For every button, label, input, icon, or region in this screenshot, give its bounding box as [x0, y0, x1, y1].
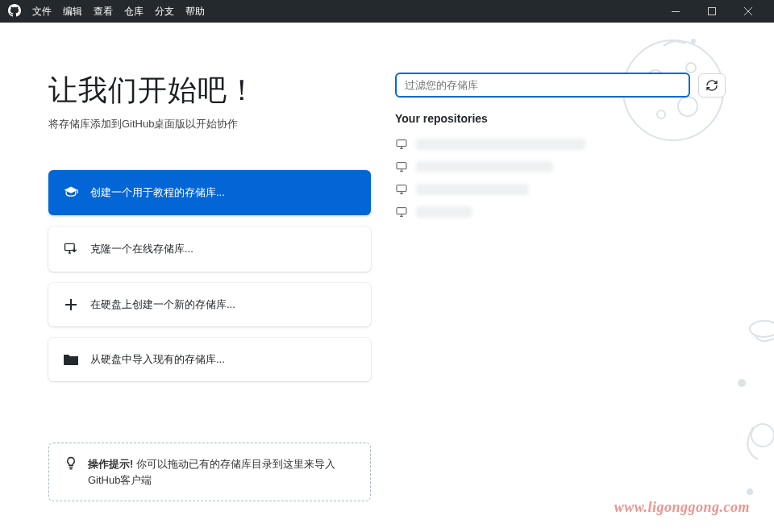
create-local-repo-label: 在硬盘上创建一个新的存储库... — [90, 297, 235, 312]
svg-point-13 — [750, 321, 774, 337]
mortarboard-icon — [63, 185, 79, 201]
svg-point-15 — [751, 424, 774, 447]
desktop-icon — [395, 206, 408, 218]
filter-row — [395, 73, 726, 98]
menu-help[interactable]: 帮助 — [185, 5, 205, 19]
pro-tip-text: 操作提示! 你可以拖动已有的存储库目录到这里来导入GitHub客户端 — [88, 456, 356, 488]
repo-name-redacted — [416, 139, 585, 150]
watermark: www.ligonggong.com — [614, 499, 750, 516]
svg-rect-12 — [397, 208, 406, 214]
svg-rect-1 — [708, 8, 715, 15]
list-item[interactable] — [395, 156, 726, 178]
close-button[interactable] — [730, 0, 766, 23]
refresh-button[interactable] — [698, 73, 726, 98]
desktop-icon — [395, 138, 408, 151]
svg-point-14 — [739, 380, 745, 386]
maximize-button[interactable] — [693, 0, 730, 23]
filter-repos-input[interactable] — [395, 73, 690, 98]
create-local-repo-button[interactable]: 在硬盘上创建一个新的存储库... — [48, 283, 371, 326]
import-local-repo-label: 从硬盘中导入现有的存储库... — [90, 352, 225, 367]
titlebar: 文件 编辑 查看 仓库 分支 帮助 — [0, 0, 774, 23]
svg-point-16 — [747, 489, 752, 494]
menu-file[interactable]: 文件 — [32, 5, 52, 19]
menu-edit[interactable]: 编辑 — [63, 5, 82, 19]
svg-rect-11 — [397, 185, 406, 192]
repo-name-redacted — [416, 206, 472, 218]
refresh-icon — [705, 79, 718, 92]
create-tutorial-repo-button[interactable]: 创建一个用于教程的存储库... — [48, 170, 371, 215]
svg-rect-8 — [65, 243, 75, 250]
list-item[interactable] — [395, 178, 726, 201]
pro-tip-box: 操作提示! 你可以拖动已有的存储库目录到这里来导入GitHub客户端 — [48, 443, 371, 501]
menu-repository[interactable]: 仓库 — [124, 5, 144, 19]
svg-rect-9 — [397, 140, 406, 147]
list-item[interactable] — [395, 133, 726, 156]
side-doodles — [726, 306, 774, 516]
clone-repo-label: 克隆一个在线存储库... — [90, 242, 194, 256]
pro-tip-label: 操作提示! — [88, 458, 133, 470]
window-controls — [657, 0, 766, 23]
svg-rect-10 — [397, 163, 406, 169]
import-local-repo-button[interactable]: 从硬盘中导入现有的存储库... — [48, 338, 371, 381]
desktop-download-icon — [63, 241, 79, 257]
page-title: 让我们开始吧！ — [48, 71, 371, 110]
github-logo-icon — [8, 4, 21, 19]
minimize-button[interactable] — [657, 0, 693, 23]
svg-rect-0 — [672, 11, 680, 12]
folder-icon — [63, 352, 79, 367]
repo-name-redacted — [416, 161, 553, 172]
clone-repo-button[interactable]: 克隆一个在线存储库... — [48, 227, 371, 272]
page-subtitle: 将存储库添加到GitHub桌面版以开始协作 — [48, 117, 371, 131]
right-column: Your repositories — [395, 71, 726, 501]
list-item[interactable] — [395, 201, 726, 223]
menu-bar: 文件 编辑 查看 仓库 分支 帮助 — [8, 4, 205, 19]
menu-branch[interactable]: 分支 — [155, 5, 174, 19]
repo-name-redacted — [416, 184, 529, 195]
lightbulb-icon — [64, 456, 78, 476]
left-column: 让我们开始吧！ 将存储库添加到GitHub桌面版以开始协作 创建一个用于教程的存… — [48, 71, 371, 501]
desktop-icon — [395, 160, 408, 173]
desktop-icon — [395, 183, 408, 196]
menu-view[interactable]: 查看 — [94, 5, 113, 19]
repos-heading: Your repositories — [395, 112, 726, 125]
main-content: 让我们开始吧！ 将存储库添加到GitHub桌面版以开始协作 创建一个用于教程的存… — [0, 23, 774, 501]
plus-icon — [63, 297, 79, 312]
create-tutorial-repo-label: 创建一个用于教程的存储库... — [90, 185, 225, 200]
